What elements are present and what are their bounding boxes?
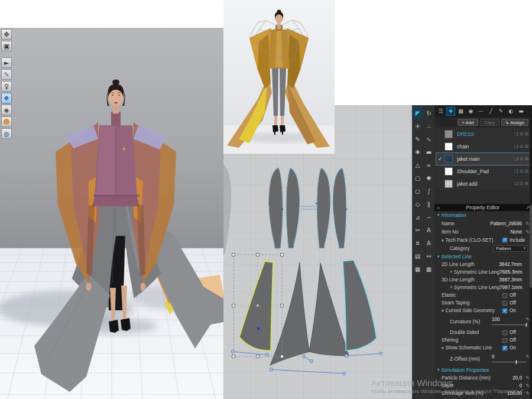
edit-pencil-icon[interactable]: ✎	[524, 354, 530, 359]
simulate-icon[interactable]: ✥	[1, 29, 12, 40]
garment-display-icon[interactable]: ▣	[1, 41, 12, 51]
edit-pattern-icon[interactable]: ✛	[413, 119, 423, 132]
delete-fabric-icon[interactable]: ⊟	[525, 144, 528, 149]
box-pleat-icon[interactable]: ▬	[424, 145, 434, 158]
z-offset-value: 0	[492, 354, 495, 359]
assign-button[interactable]: ↳ Assign	[501, 119, 529, 126]
fabric-swatch[interactable]	[445, 167, 453, 176]
save-fabric-icon[interactable]: ⊡	[520, 157, 523, 161]
trim-tab-icon[interactable]: ▩	[456, 107, 465, 116]
edit-pencil-icon[interactable]: ✎	[524, 375, 530, 381]
double-sided-checkbox[interactable]	[502, 330, 507, 335]
show-pattern-icon[interactable]: ◈	[1, 105, 12, 115]
fabric-row-jaket-main[interactable]: ✔ jaket main ❏⊡⊟	[436, 153, 530, 165]
section-selected-line[interactable]: Selected Line	[434, 252, 532, 261]
prop-row-curvature: Curvature (%) 100✎	[434, 314, 532, 329]
curve-ratio-icon[interactable]: ≈	[424, 158, 434, 171]
fabric-list: DRESS ❏⊡⊟ chain ❏⊡⊟ ✔ jaket main ❏⊡⊟ Sho…	[434, 127, 532, 191]
copy-fabric-icon[interactable]: ❏	[514, 181, 518, 186]
sync-3d-icon[interactable]: ↻	[424, 106, 434, 119]
sewing-tool-icon[interactable]: ∫	[424, 184, 434, 197]
topstitch-tab-icon[interactable]: —	[476, 107, 485, 116]
pin-brush-icon[interactable]: ✎	[1, 69, 12, 80]
curved-side-checkbox[interactable]	[502, 309, 507, 313]
elastic-checkbox[interactable]	[502, 293, 507, 298]
gear-icon[interactable]: ✱	[424, 171, 434, 184]
save-fabric-icon[interactable]: ⊡	[520, 132, 523, 137]
copy-fabric-icon[interactable]: ❏	[514, 144, 518, 149]
fabric-row-shoulder-pad[interactable]: Shoulder_Pad ❏⊡⊟	[436, 166, 530, 177]
fabric-swatch[interactable]	[445, 142, 453, 151]
copy-fabric-icon[interactable]: ❏	[514, 169, 518, 174]
copy-fabric-icon[interactable]: ❏	[514, 132, 518, 137]
edit-pencil-icon[interactable]: ✎	[524, 229, 530, 235]
curvature-slider[interactable]	[492, 323, 530, 327]
segment-sew-icon[interactable]: ∥	[424, 197, 434, 210]
section-simulation-properties[interactable]: Simulation Properties	[434, 366, 532, 374]
save-fabric-icon[interactable]: ⊡	[520, 144, 523, 149]
polygon-tool-icon[interactable]: △	[413, 158, 423, 171]
z-offset-slider[interactable]	[492, 360, 530, 364]
popout-icon[interactable]: ↗	[525, 205, 530, 210]
dart-tool-icon[interactable]: ◇	[413, 197, 423, 210]
pattern-annotation-icon[interactable]: A	[424, 223, 434, 236]
seam-taping-checkbox[interactable]	[502, 301, 507, 306]
section-information[interactable]: Information	[434, 211, 532, 219]
edit-pencil-icon[interactable]: ✎	[524, 317, 530, 322]
pin-tab-icon[interactable]: ✎	[497, 107, 505, 116]
trace-tool-icon[interactable]: ⊿	[413, 210, 423, 223]
zipper-tab-icon[interactable]: ◐	[507, 107, 515, 116]
fabric-row-jaket-add[interactable]: jaket add ❏⊡⊟	[436, 178, 530, 190]
measure-icon[interactable]: ↔	[424, 249, 434, 262]
grading-icon[interactable]: ▤	[413, 249, 423, 262]
avatar-pose-icon[interactable]: ♀	[1, 81, 12, 92]
menu-icon[interactable]: ☰	[436, 107, 445, 116]
notch-tool-icon[interactable]: ¤	[413, 236, 423, 249]
add-point-icon[interactable]: ✚	[413, 145, 423, 158]
delete-fabric-icon[interactable]: ⊟	[525, 132, 528, 137]
edit-point-icon[interactable]: ✎	[413, 132, 423, 145]
delete-fabric-icon[interactable]: ⊟	[525, 169, 528, 174]
dot-align-icon[interactable]: ∴	[424, 119, 434, 132]
edit-pencil-icon[interactable]: ✎	[524, 391, 530, 396]
scrollbar-thumb[interactable]	[530, 205, 532, 287]
fabric-swatch[interactable]	[445, 180, 453, 188]
edit-pencil-icon[interactable]: ✎	[524, 383, 530, 388]
panel-scrollbar[interactable]	[530, 105, 532, 399]
fabric-row-chain[interactable]: chain ❏⊡⊟	[436, 141, 530, 153]
fabric-swatch[interactable]	[445, 155, 453, 163]
more-tab-icon[interactable]: ▬	[517, 107, 525, 116]
show-avatar-icon[interactable]: ☻	[1, 116, 12, 127]
copy-button[interactable]: Copy	[480, 119, 499, 126]
fabric-tab-icon[interactable]: ❖	[446, 107, 455, 116]
button-tab-icon[interactable]: ◉	[466, 107, 475, 116]
circle-tool-icon[interactable]: ○	[413, 184, 423, 197]
fabric-texture-icon[interactable]: ▦	[413, 262, 423, 275]
save-fabric-icon[interactable]: ⊡	[520, 169, 523, 174]
copy-fabric-icon[interactable]: ❏	[514, 157, 518, 161]
rectangle-tool-icon[interactable]: ▢	[413, 171, 423, 184]
include-checkbox[interactable]	[502, 238, 507, 242]
free-sew-icon[interactable]: ∽	[424, 210, 434, 223]
schematic-checkbox[interactable]	[502, 346, 507, 351]
show-environment-icon[interactable]: ◍	[1, 128, 12, 139]
fabric-swatch[interactable]	[445, 130, 453, 138]
delete-fabric-icon[interactable]: ⊟	[525, 181, 528, 186]
edit-pencil-icon[interactable]: ✎	[524, 221, 530, 226]
viewport-3d[interactable]: ✥ ▣ ► ✎ ♀ ❖ ◈ ☻ ◍	[0, 28, 223, 399]
piping-tab-icon[interactable]: ╱	[486, 107, 495, 116]
transform-pattern-icon[interactable]: ◤	[413, 106, 423, 119]
shirring-checkbox[interactable]	[502, 338, 507, 343]
property-editor-header[interactable]: ▫ Property Editor ↗	[434, 204, 532, 211]
select-garment-icon[interactable]: ►	[1, 57, 12, 68]
curve-edit-icon[interactable]: ∿	[424, 132, 434, 145]
save-fabric-icon[interactable]: ⊡	[520, 181, 523, 186]
category-dropdown[interactable]: Pattern	[494, 245, 528, 252]
grid-icon[interactable]: ▦	[424, 262, 434, 275]
cut-sew-tool-icon[interactable]: ✂	[413, 223, 423, 236]
fabric-row-dress[interactable]: DRESS ❏⊡⊟	[436, 128, 530, 140]
add-button[interactable]: + Add	[458, 119, 478, 126]
delete-fabric-icon[interactable]: ⊟	[525, 157, 528, 161]
show-3d-garment-icon[interactable]: ❖	[1, 93, 12, 103]
annotation-edit-icon[interactable]: A	[424, 236, 434, 249]
